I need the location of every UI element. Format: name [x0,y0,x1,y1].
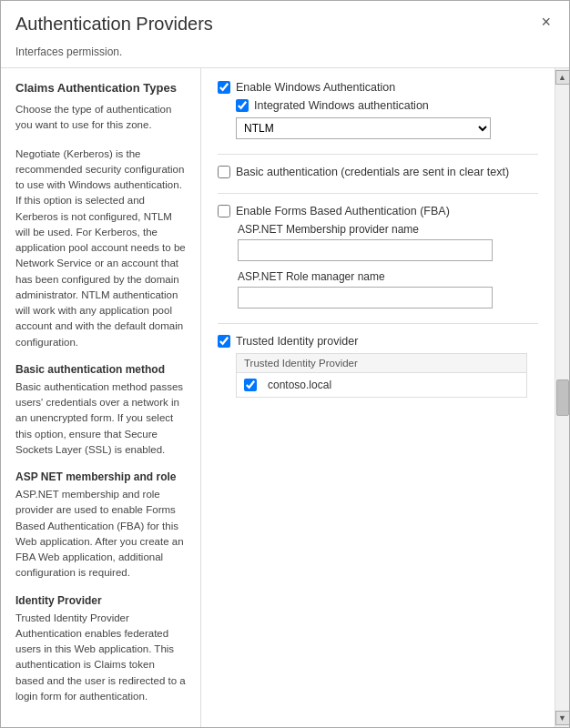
aspnet-text: ASP.NET membership and role provider are… [15,487,186,581]
negotiate-section: Negotiate (Kerberos) is the recommended … [15,147,186,350]
dialog-body: Claims Authentication Types Choose the t… [1,68,569,727]
choose-text: Choose the type of authentication you wa… [15,102,186,134]
trusted-identity-row: Trusted Identity provider [218,335,538,348]
forms-based-row: Enable Forms Based Authentication (FBA) [218,205,538,217]
basic-auth-row: Basic authentication (credentials are se… [218,166,538,178]
enable-windows-checkbox[interactable] [218,81,230,94]
basic-auth-title: Basic authentication method [15,363,186,376]
forms-based-checkbox[interactable] [218,205,230,217]
aspnet-section: ASP NET membership and role ASP.NET memb… [15,470,186,581]
ntlm-select[interactable]: NTLM Negotiate (Kerberos) Classic Window… [236,117,491,139]
trusted-table-row: contoso.local [237,373,526,397]
aspnet-title: ASP NET membership and role [15,470,186,483]
contoso-local-label: contoso.local [268,379,331,391]
identity-section: Identity Provider Trusted Identity Provi… [15,594,186,705]
scroll-down-arrow[interactable]: ▼ [555,711,570,725]
dialog-subtitle: Interfaces permission. [1,42,569,68]
trusted-identity-label[interactable]: Trusted Identity provider [236,335,358,348]
basic-auth-text: Basic authentication method passes users… [15,379,186,458]
close-button[interactable]: × [537,14,555,30]
scroll-up-arrow[interactable]: ▲ [555,70,570,85]
basic-auth-form-section: Basic authentication (credentials are se… [218,166,538,178]
scrollbar: ▲ ▼ [555,68,569,727]
basic-auth-checkbox[interactable] [218,166,230,178]
role-input[interactable] [238,287,493,308]
negotiate-text: Negotiate (Kerberos) is the recommended … [15,147,186,350]
enable-windows-row: Enable Windows Authentication [218,81,538,94]
forms-based-section: Enable Forms Based Authentication (FBA) … [218,205,538,308]
divider-1 [218,154,538,155]
choose-section: Choose the type of authentication you wa… [15,102,186,134]
divider-3 [218,323,538,324]
claims-auth-types-title: Claims Authentication Types [15,81,186,95]
membership-input[interactable] [238,239,493,261]
windows-auth-section: Enable Windows Authentication Integrated… [218,81,538,139]
contoso-local-checkbox[interactable] [244,379,257,391]
right-panel: Enable Windows Authentication Integrated… [201,68,555,727]
identity-title: Identity Provider [15,594,186,607]
left-panel: Claims Authentication Types Choose the t… [1,68,201,727]
integrated-windows-checkbox[interactable] [236,99,249,112]
trusted-table-header: Trusted Identity Provider [237,354,526,373]
integrated-windows-label[interactable]: Integrated Windows authentication [254,99,429,112]
identity-text: Trusted Identity Provider Authentication… [15,611,186,705]
authentication-dialog: Authentication Providers × Interfaces pe… [0,0,570,728]
trusted-table: Trusted Identity Provider contoso.local [236,353,527,398]
divider-2 [218,193,538,194]
membership-label: ASP.NET Membership provider name [238,223,538,236]
dialog-title: Authentication Providers [15,14,213,35]
basic-auth-section: Basic authentication method Basic authen… [15,363,186,458]
enable-windows-label[interactable]: Enable Windows Authentication [236,81,395,94]
forms-based-label[interactable]: Enable Forms Based Authentication (FBA) [236,205,450,217]
integrated-windows-row: Integrated Windows authentication [236,99,538,112]
role-label: ASP.NET Role manager name [238,270,538,283]
ntlm-select-row: NTLM Negotiate (Kerberos) Classic Window… [236,117,538,139]
trusted-identity-section: Trusted Identity provider Trusted Identi… [218,335,538,398]
basic-auth-label[interactable]: Basic authentication (credentials are se… [236,166,509,178]
trusted-identity-checkbox[interactable] [218,335,230,348]
scroll-thumb[interactable] [556,379,569,416]
dialog-header: Authentication Providers × [1,1,569,42]
